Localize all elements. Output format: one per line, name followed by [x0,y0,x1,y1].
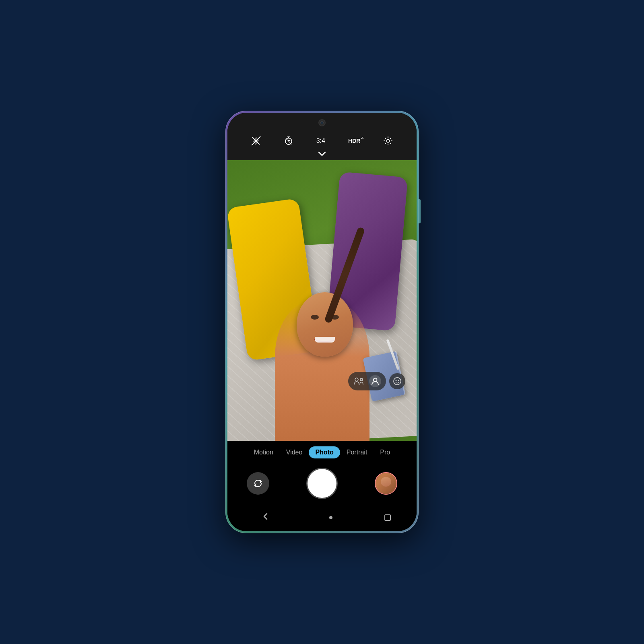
mode-portrait[interactable]: Portrait [340,446,374,458]
single-portrait-icon[interactable] [369,375,381,387]
mode-pro[interactable]: Pro [374,446,396,458]
front-camera [318,119,326,126]
mode-photo[interactable]: Photo [309,446,340,458]
person [227,160,417,441]
settings-button[interactable] [383,136,393,146]
phone-frame: 3:4 HDRA [225,111,419,533]
aspect-ratio-button[interactable]: 3:4 [316,137,325,144]
camera-actions-bar [227,462,417,506]
expand-options-button[interactable] [227,149,417,160]
svg-point-12 [394,378,401,385]
svg-point-10 [360,378,363,381]
mode-motion[interactable]: Motion [248,446,280,458]
group-portrait-icon[interactable] [353,375,365,387]
volume-button[interactable] [419,199,421,223]
back-button[interactable] [253,510,277,525]
recents-button[interactable] [384,514,391,521]
face-filter-icon[interactable] [389,373,405,389]
shutter-button[interactable] [308,469,336,498]
camera-lens [320,121,324,124]
status-bar [227,113,417,133]
camera-controls-bar: 3:4 HDRA [227,133,417,149]
svg-point-13 [395,380,396,381]
svg-point-9 [355,378,358,381]
mode-video[interactable]: Video [280,446,309,458]
phone-screen: 3:4 HDRA [227,113,417,531]
photo-scene [227,160,417,441]
timer-button[interactable] [284,136,293,146]
gallery-thumb-image [376,473,396,494]
ai-portrait-group[interactable] [348,372,386,390]
hdr-button[interactable]: HDRA [348,138,360,144]
flip-camera-button[interactable] [247,472,269,495]
flash-toggle-button[interactable] [251,136,261,146]
bottom-navigation [227,506,417,531]
svg-point-14 [398,380,399,381]
left-eye [311,315,319,320]
gallery-thumbnail[interactable] [375,472,397,495]
viewfinder[interactable] [227,160,417,441]
ai-overlay [348,372,405,390]
home-button[interactable] [329,516,332,519]
camera-mode-selector: Motion Video Photo Portrait Pro [227,441,417,462]
face [297,292,353,357]
svg-marker-0 [253,137,259,145]
svg-point-8 [387,140,390,142]
teeth [315,337,335,343]
